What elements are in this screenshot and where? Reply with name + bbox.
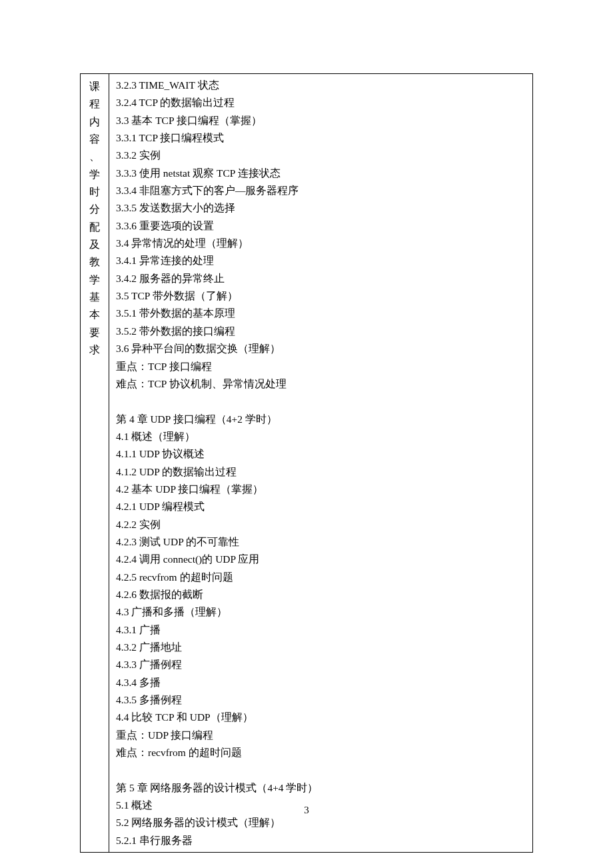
content-line: 3.2.4 TCP 的数据输出过程	[116, 94, 526, 111]
row-label-cell: 课程内容、学时分配及教学基本要求	[81, 74, 109, 853]
content-line: 4.2.1 UDP 编程模式	[116, 498, 526, 515]
content-line: 4.2.2 实例	[116, 516, 526, 533]
content-line: 4.3 广播和多播（理解）	[116, 603, 526, 621]
content-line: 3.3.2 实例	[116, 147, 526, 164]
content-line	[116, 393, 526, 410]
content-line: 4.2.6 数据报的截断	[116, 586, 526, 603]
content-lines: 3.2.3 TIME_WAIT 状态3.2.4 TCP 的数据输出过程3.3 基…	[116, 77, 526, 849]
content-line: 3.3.5 发送数据大小的选择	[116, 199, 526, 217]
content-line: 3.4 异常情况的处理（理解）	[116, 235, 526, 252]
content-line: 3.3.4 非阻塞方式下的客户—服务器程序	[116, 182, 526, 199]
label-char: 学	[82, 166, 107, 183]
content-line: 3.5.2 带外数据的接口编程	[116, 323, 526, 340]
content-line: 5.2.1 串行服务器	[116, 832, 526, 849]
label-char: 课	[82, 78, 107, 95]
content-line: 3.6 异种平台间的数据交换（理解）	[116, 340, 526, 357]
page-number: 3	[0, 802, 613, 819]
label-char: 分	[82, 201, 107, 218]
content-line: 3.3.3 使用 netstat 观察 TCP 连接状态	[116, 165, 526, 182]
content-line: 4.2.4 调用 connect()的 UDP 应用	[116, 551, 526, 568]
content-line: 重点：TCP 接口编程	[116, 358, 526, 375]
content-line: 3.5 TCP 带外数据（了解）	[116, 287, 526, 305]
content-line: 3.5.1 带外数据的基本原理	[116, 305, 526, 322]
label-char: 、	[82, 148, 107, 165]
label-char: 教	[82, 253, 107, 271]
label-char: 本	[82, 306, 107, 323]
label-char: 及	[82, 236, 107, 253]
content-line: 3.3 基本 TCP 接口编程（掌握）	[116, 112, 526, 129]
content-line: 4.2.5 recvfrom 的超时问题	[116, 569, 526, 586]
content-line: 4.1.1 UDP 协议概述	[116, 445, 526, 463]
content-line: 4.3.5 多播例程	[116, 691, 526, 709]
row-label-text: 课程内容、学时分配及教学基本要求	[82, 78, 107, 359]
label-char: 要	[82, 324, 107, 341]
content-line: 重点：UDP 接口编程	[116, 727, 526, 744]
content-line: 3.4.1 异常连接的处理	[116, 252, 526, 269]
content-line: 难点：recvfrom 的超时问题	[116, 744, 526, 761]
content-line: 4.1.2 UDP 的数据输出过程	[116, 463, 526, 481]
content-line: 4.1 概述（理解）	[116, 428, 526, 445]
label-char: 求	[82, 341, 107, 359]
label-char: 基	[82, 289, 107, 306]
content-line: 3.3.6 重要选项的设置	[116, 217, 526, 235]
content-line: 4.3.3 广播例程	[116, 656, 526, 673]
document-page: 课程内容、学时分配及教学基本要求 3.2.3 TIME_WAIT 状态3.2.4…	[0, 0, 613, 868]
content-line: 4.3.2 广播地址	[116, 639, 526, 656]
content-line: 4.4 比较 TCP 和 UDP（理解）	[116, 709, 526, 726]
content-line: 4.3.4 多播	[116, 674, 526, 691]
content-line	[116, 761, 526, 779]
content-line: 第 4 章 UDP 接口编程（4+2 学时）	[116, 411, 526, 428]
content-line: 4.2 基本 UDP 接口编程（掌握）	[116, 481, 526, 498]
label-char: 学	[82, 271, 107, 289]
label-char: 程	[82, 95, 107, 113]
content-line: 3.3.1 TCP 接口编程模式	[116, 129, 526, 147]
content-line: 难点：TCP 协议机制、异常情况处理	[116, 375, 526, 393]
label-char: 配	[82, 219, 107, 236]
syllabus-table: 课程内容、学时分配及教学基本要求 3.2.3 TIME_WAIT 状态3.2.4…	[80, 73, 533, 853]
label-char: 时	[82, 183, 107, 201]
content-cell: 3.2.3 TIME_WAIT 状态3.2.4 TCP 的数据输出过程3.3 基…	[109, 74, 533, 853]
content-line: 4.2.3 测试 UDP 的不可靠性	[116, 533, 526, 551]
label-char: 容	[82, 131, 107, 148]
content-line: 3.4.2 服务器的异常终止	[116, 270, 526, 287]
content-line: 4.3.1 广播	[116, 621, 526, 639]
content-line: 第 5 章 网络服务器的设计模式（4+4 学时）	[116, 779, 526, 797]
content-line: 3.2.3 TIME_WAIT 状态	[116, 77, 526, 94]
label-char: 内	[82, 113, 107, 131]
